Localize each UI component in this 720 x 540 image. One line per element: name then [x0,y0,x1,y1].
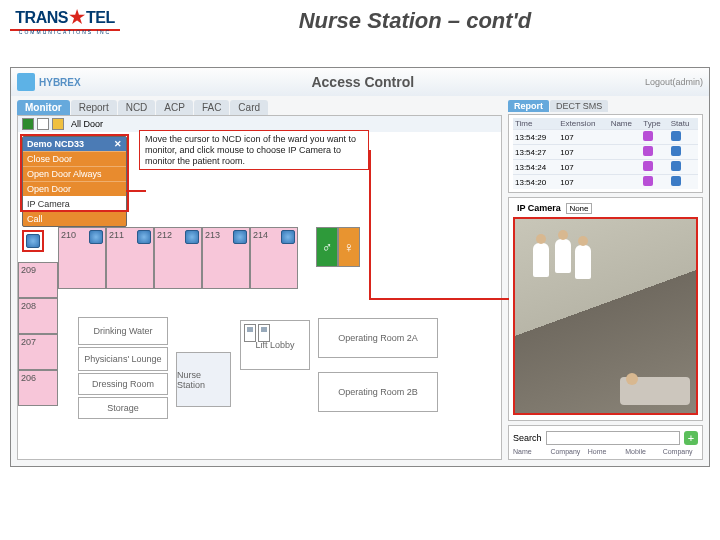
col-time: Time [513,118,558,130]
add-button[interactable]: + [684,431,698,445]
arrow-line [369,298,509,300]
area-storage: Storage [78,397,168,419]
ipcamera-label: IP Camera [517,203,561,213]
area-op-2a: Operating Room 2A [318,318,438,358]
status-icon [671,176,681,186]
event-log-table: Time Extension Name Type Statu 13:54:291… [513,118,698,189]
lock-icon [643,176,653,186]
status-yellow-icon[interactable] [52,118,64,130]
report-panel: Report DECT SMS Time Extension Name Type… [508,100,703,193]
logo-subtitle: COMMUNICATIONS INC [19,29,111,35]
status-blank-icon[interactable] [37,118,49,130]
person-icon [555,239,571,273]
rtab-report[interactable]: Report [508,100,549,112]
person-icon [533,243,549,277]
area-physicians-lounge: Physicians' Lounge [78,347,168,371]
search-label: Search [513,433,542,443]
contact-headers: Name Company Home Mobile Company [513,447,698,456]
menu-call[interactable]: Call [23,211,126,226]
left-tabstrip: Monitor Report NCD ACP FAC Card [17,100,502,115]
instruction-callout: Move the cursor to NCD icon of the ward … [139,130,369,170]
ncd-icon[interactable] [233,230,247,244]
log-row[interactable]: 13:54:24107 [513,160,698,175]
room-213[interactable]: 213 [202,227,250,289]
status-icon [671,131,681,141]
col-ext: Extension [558,118,608,130]
status-icon [671,146,681,156]
restroom-female-icon: ♀ [338,227,360,267]
tab-fac[interactable]: FAC [194,100,229,115]
log-row[interactable]: 13:54:20107 [513,175,698,190]
tab-report[interactable]: Report [71,100,117,115]
callout-arrow [126,190,146,192]
room-214[interactable]: 214 [250,227,298,289]
lock-icon [643,161,653,171]
restroom-male-icon: ♂ [316,227,338,267]
ipcamera-panel: IP Camera None [508,197,703,421]
area-nurse-station: Nurse Station [176,352,231,407]
patient-icon [626,373,638,385]
slide-title: Nurse Station – cont'd [120,8,710,34]
lock-icon [643,146,653,156]
search-panel: Search + Name Company Home Mobile Compan… [508,425,703,460]
log-row[interactable]: 13:54:27107 [513,145,698,160]
col-status: Statu [669,118,698,130]
app-brand: HYBREX [39,77,81,88]
logo-star-icon: ★ [69,6,85,28]
log-row[interactable]: 13:54:29107 [513,130,698,145]
camera-feed[interactable] [513,217,698,415]
app-title: Access Control [81,74,645,90]
area-op-2b: Operating Room 2B [318,372,438,412]
room-206[interactable]: 206 [18,370,58,406]
tab-ncd[interactable]: NCD [118,100,156,115]
room-210[interactable]: 210 [58,227,106,289]
area-drinking-water: Drinking Water [78,317,168,345]
app-window: HYBREX Access Control Logout(admin) Moni… [10,67,710,467]
ncd-icon[interactable] [185,230,199,244]
room-207[interactable]: 207 [18,334,58,370]
ipcamera-select[interactable]: None [566,203,591,214]
ncd-icon[interactable] [281,230,295,244]
floorplan[interactable]: Demo NCD33✕ Close Door Open Door Always … [18,132,501,457]
ncd-highlight-outline [22,230,44,252]
app-icon [17,73,35,91]
elevator-icon [258,324,270,342]
logo: TRANS ★ TEL COMMUNICATIONS INC [10,6,120,35]
room-209[interactable]: 209 [18,262,58,298]
tab-monitor[interactable]: Monitor [17,100,70,115]
room-212[interactable]: 212 [154,227,202,289]
room-211[interactable]: 211 [106,227,154,289]
status-icon [671,161,681,171]
arrow-line [369,150,371,300]
person-icon [575,245,591,279]
logo-tel: TEL [86,9,115,27]
room-208[interactable]: 208 [18,298,58,334]
col-name: Name [609,118,642,130]
ncd-icon[interactable] [89,230,103,244]
area-dressing-room: Dressing Room [78,373,168,395]
menu-highlight-outline [20,134,129,212]
status-green-icon[interactable] [22,118,34,130]
alldoor-label[interactable]: All Door [71,119,103,129]
ncd-icon[interactable] [137,230,151,244]
rtab-dect-sms[interactable]: DECT SMS [550,100,608,112]
logo-trans: TRANS [15,9,68,27]
elevator-icon [244,324,256,342]
lock-icon [643,131,653,141]
tab-card[interactable]: Card [230,100,268,115]
col-type: Type [641,118,668,130]
search-input[interactable] [546,431,680,445]
tab-acp[interactable]: ACP [156,100,193,115]
logout-link[interactable]: Logout(admin) [645,77,703,87]
